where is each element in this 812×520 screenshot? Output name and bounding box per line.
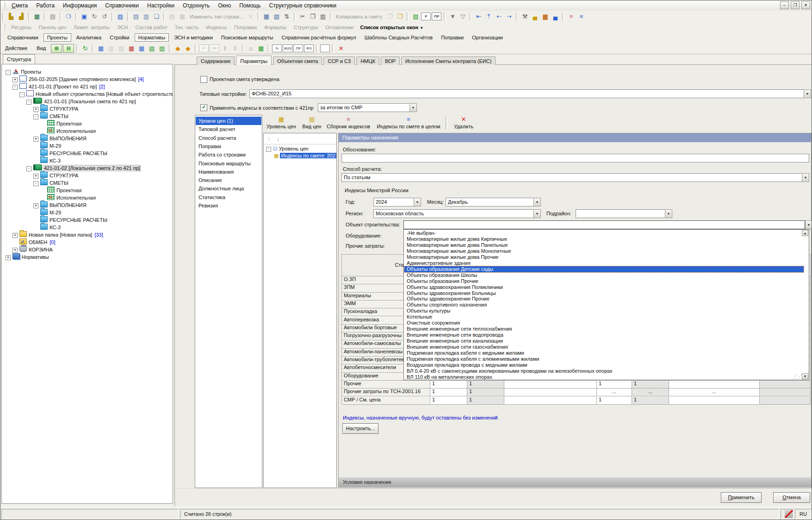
minimize-button[interactable]: – <box>780 1 789 9</box>
move-up-icon[interactable]: ↑ <box>267 135 271 142</box>
percent-icon[interactable]: % <box>272 44 282 52</box>
workspace-tab-3[interactable]: Аналитика <box>73 34 105 41</box>
index-layers-pink-icon[interactable]: ≡ <box>566 12 576 21</box>
cost-cell[interactable] <box>504 388 597 396</box>
cost-cell[interactable] <box>760 381 811 388</box>
menu-item-2[interactable]: Работа <box>32 1 59 10</box>
report-copy-icon[interactable]: ▥ <box>106 44 116 53</box>
prices-pr-icon[interactable]: ПР <box>432 13 441 20</box>
expand-icon[interactable]: + <box>33 203 38 208</box>
menu-item-8[interactable]: Помощь <box>235 1 265 10</box>
report-icon[interactable]: ▦ <box>96 44 105 53</box>
panel-strip-item-2[interactable]: Панель цен <box>35 25 69 30</box>
cost-cell[interactable] <box>760 388 811 396</box>
tree-item[interactable]: ОБМЕН[0] <box>2 238 173 246</box>
region-combobox[interactable]: Московская область <box>373 209 541 218</box>
tree-item[interactable]: -СМЕТЫ <box>2 113 173 120</box>
workspace-tab-11[interactable]: Организации <box>469 34 506 41</box>
category-item-7[interactable]: Наименования <box>196 168 261 176</box>
category-item-8[interactable]: Описание <box>196 176 261 184</box>
menu-item-9[interactable]: Структурные справочники <box>265 1 341 10</box>
sheet-icon[interactable]: ▤ <box>117 44 126 53</box>
tab-7[interactable]: Исполнение Сметы контракта (ЕИС) <box>401 56 496 65</box>
protect-cell-icon[interactable]: ▧ <box>116 12 125 21</box>
collapse-icon[interactable]: - <box>12 85 18 90</box>
filter-clear-icon[interactable]: ▽ <box>458 12 467 21</box>
fz-icon[interactable]: ФЗ <box>304 44 314 52</box>
expand-icon[interactable]: + <box>33 107 38 112</box>
chevron-down-icon[interactable]: ▼ <box>805 220 812 229</box>
justification-input[interactable] <box>341 154 809 163</box>
prices-p-icon[interactable]: P <box>421 13 431 20</box>
dropdown-option-23[interactable]: Воздушная прокладка провода с медными жи… <box>404 362 804 368</box>
indent-up-icon[interactable]: ⇡ <box>484 12 493 21</box>
tree-item[interactable]: -421-01-02 [Локальная смета 2 по 421 пр] <box>2 164 173 172</box>
tree-item[interactable]: +СТРУКТУРА <box>2 105 173 113</box>
collapse-icon[interactable]: - <box>26 166 31 171</box>
workspace-tab-10[interactable]: Поправки <box>438 34 467 41</box>
fix-orange2-icon[interactable]: ◆ <box>183 44 192 53</box>
paste-buffer-icon[interactable]: ❒ <box>395 12 404 21</box>
pdf-icon[interactable]: ▤ <box>48 12 57 21</box>
tree-item[interactable]: +СТРУКТУРА <box>2 172 173 179</box>
dropdown-option-5[interactable]: Многоквартирные жилые дома Прочие <box>404 254 804 260</box>
table-edit-icon[interactable]: ▦ <box>127 44 136 53</box>
category-item-6[interactable]: Поисковые маршруты <box>196 159 261 168</box>
estimate-export-icon[interactable]: ▨ <box>157 44 167 53</box>
type-settings-combobox[interactable]: ФСНБ-2022_И15 <box>249 89 811 98</box>
menu-item-5[interactable]: Настройки <box>143 1 179 10</box>
collapse-icon[interactable]: - <box>266 147 271 152</box>
panel-strip-item-5[interactable]: Состав работ <box>132 25 171 30</box>
dropdown-option-20[interactable]: Внешние инженерные сети газоснабжения <box>404 344 804 350</box>
copy-sheet-icon[interactable]: ❐ <box>385 12 394 21</box>
dropdown-option-25[interactable]: ВЛ 110 кВ на металлических опорах <box>404 374 804 380</box>
transport-truck-icon[interactable]: ▄ <box>530 12 539 21</box>
move-row-icon[interactable]: ▦ <box>178 12 187 21</box>
tab-6[interactable]: ВОР <box>381 56 400 65</box>
undo-icon[interactable]: ↺ <box>100 12 109 21</box>
recalc-icon[interactable]: ▤ <box>167 12 177 21</box>
month-combobox[interactable]: Декабрь <box>446 198 541 207</box>
expand-icon[interactable]: + <box>33 137 38 142</box>
pr-form-icon[interactable]: ПР <box>293 44 303 52</box>
filter-add-icon[interactable]: ▼ <box>448 12 457 21</box>
method-combobox[interactable]: По статьям <box>341 173 809 182</box>
tree-item[interactable]: -421-01-01 [Локальная смета по 421 пр] <box>2 98 173 105</box>
tree-item[interactable]: +КОРЗИНА <box>2 246 173 253</box>
dropdown-option-16[interactable]: Очистные сооружения <box>404 320 804 326</box>
toolbar-grip[interactable] <box>3 24 5 31</box>
workspace-tab-7[interactable]: Поисковые маршруты <box>218 34 277 41</box>
estimate-book-icon[interactable]: ▧ <box>147 44 156 53</box>
expand-icon[interactable]: + <box>33 174 38 179</box>
add-database-icon[interactable]: ▧ <box>272 12 281 21</box>
workspace-tab-6[interactable]: ЭСН и методики <box>171 34 216 41</box>
paste-icon[interactable]: ▥ <box>318 12 328 21</box>
tab-structure[interactable]: Структура <box>3 54 35 65</box>
workspace-tab-5[interactable]: Нормативы <box>135 33 169 42</box>
tab-5[interactable]: НМЦК <box>356 56 379 65</box>
category-item-4[interactable]: Поправки <box>196 142 261 150</box>
dropdown-option-1[interactable]: -Не выбран- <box>404 230 804 236</box>
panel-strip-item-10[interactable]: Структура <box>290 25 322 30</box>
tree-item[interactable]: Исполнительная <box>2 127 173 135</box>
category-item-2[interactable]: Типовой расчет <box>196 125 261 133</box>
chevron-down-icon[interactable]: ▼ <box>804 89 811 98</box>
dropdown-option-6[interactable]: Административные здания <box>404 260 804 266</box>
dropdown-option-19[interactable]: Внешние инженерные сети канализации <box>404 338 804 344</box>
close-button[interactable]: ✕ <box>801 1 810 9</box>
apply-mode-combobox[interactable]: за итогом по СМР <box>318 103 410 112</box>
price-level-button[interactable]: ▦Уровень цен <box>265 116 298 131</box>
category-item-9[interactable]: Должностные лица <box>196 184 261 193</box>
workspace-tab-9[interactable]: Шаблоны Сводных Расчётов <box>361 34 436 41</box>
cost-cell[interactable]: 1 <box>467 388 504 396</box>
dropdown-option-14[interactable]: Объекты культуры <box>404 308 804 314</box>
construction-object-input[interactable] <box>403 220 805 229</box>
cost-cell[interactable]: 1 <box>467 381 504 388</box>
dropdown-option-18[interactable]: Внешние инженерные сети водопровода <box>404 332 804 338</box>
index-total-button[interactable]: ≡Индексы по смете в целом <box>372 116 445 131</box>
up-arrow-icon[interactable]: ⬆ <box>220 44 229 53</box>
price-levels-panel[interactable]: ↑↓-☑Уровень цен▦Индексы по смете: 202 <box>263 133 337 488</box>
tree-item[interactable]: РЕСУРСНЫЕ РАСЧЕТЫ <box>2 216 173 224</box>
category-item-3[interactable]: Способ расчета <box>196 134 261 142</box>
dropdown-option-3[interactable]: Многоквартирные жилые дома Панельные <box>404 242 804 248</box>
